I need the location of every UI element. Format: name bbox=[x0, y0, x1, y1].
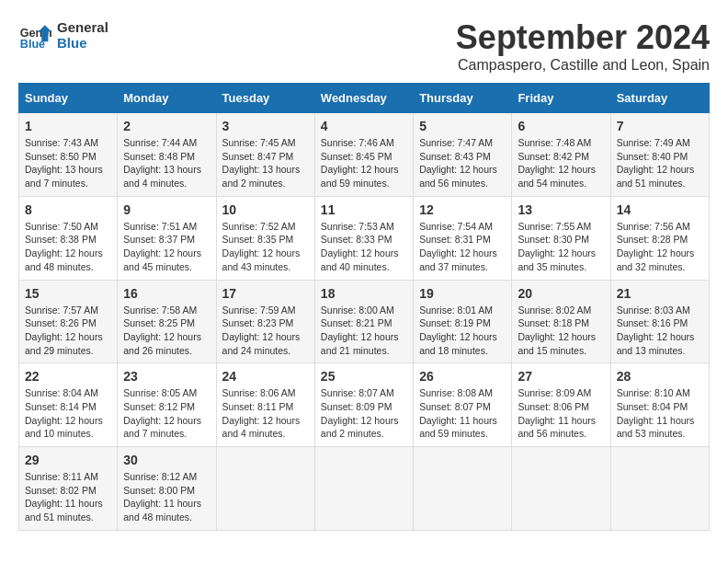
day-number: 13 bbox=[518, 202, 604, 217]
day-number: 1 bbox=[25, 119, 111, 133]
day-info: Sunrise: 7:59 AM Sunset: 8:23 PM Dayligh… bbox=[222, 304, 309, 358]
day-number: 28 bbox=[617, 369, 703, 384]
day-cell: 4 Sunrise: 7:46 AM Sunset: 8:45 PM Dayli… bbox=[314, 113, 413, 197]
day-info: Sunrise: 7:50 AM Sunset: 8:38 PM Dayligh… bbox=[25, 220, 111, 274]
logo-icon: General Blue bbox=[18, 18, 51, 52]
day-info: Sunrise: 7:55 AM Sunset: 8:30 PM Dayligh… bbox=[518, 220, 604, 274]
day-cell: 16 Sunrise: 7:58 AM Sunset: 8:25 PM Dayl… bbox=[118, 280, 216, 363]
logo-general: General bbox=[57, 19, 108, 35]
week-row-4: 22 Sunrise: 8:04 AM Sunset: 8:14 PM Dayl… bbox=[19, 363, 710, 447]
day-number: 21 bbox=[617, 286, 703, 301]
day-cell: 18 Sunrise: 8:00 AM Sunset: 8:21 PM Dayl… bbox=[314, 280, 413, 363]
day-cell: 10 Sunrise: 7:52 AM Sunset: 8:35 PM Dayl… bbox=[216, 196, 314, 280]
day-cell: 5 Sunrise: 7:47 AM Sunset: 8:43 PM Dayli… bbox=[414, 113, 512, 197]
week-row-5: 29 Sunrise: 8:11 AM Sunset: 8:02 PM Dayl… bbox=[19, 447, 710, 531]
day-info: Sunrise: 7:52 AM Sunset: 8:35 PM Dayligh… bbox=[222, 220, 309, 274]
day-cell: 25 Sunrise: 8:07 AM Sunset: 8:09 PM Dayl… bbox=[314, 363, 413, 447]
day-cell: 3 Sunrise: 7:45 AM Sunset: 8:47 PM Dayli… bbox=[216, 113, 314, 197]
day-info: Sunrise: 7:53 AM Sunset: 8:33 PM Dayligh… bbox=[321, 220, 407, 274]
day-cell: 19 Sunrise: 8:01 AM Sunset: 8:19 PM Dayl… bbox=[414, 280, 512, 363]
day-cell: 14 Sunrise: 7:56 AM Sunset: 8:28 PM Dayl… bbox=[610, 196, 709, 280]
day-info: Sunrise: 7:43 AM Sunset: 8:50 PM Dayligh… bbox=[25, 136, 111, 190]
day-info: Sunrise: 8:02 AM Sunset: 8:18 PM Dayligh… bbox=[518, 304, 604, 358]
day-number: 23 bbox=[123, 369, 210, 384]
day-cell: 21 Sunrise: 8:03 AM Sunset: 8:16 PM Dayl… bbox=[610, 280, 709, 363]
week-row-2: 8 Sunrise: 7:50 AM Sunset: 8:38 PM Dayli… bbox=[19, 196, 710, 280]
day-number: 24 bbox=[222, 369, 309, 384]
day-info: Sunrise: 8:00 AM Sunset: 8:21 PM Dayligh… bbox=[321, 304, 407, 358]
day-number: 12 bbox=[419, 202, 506, 217]
day-info: Sunrise: 8:04 AM Sunset: 8:14 PM Dayligh… bbox=[25, 386, 111, 441]
col-saturday: Saturday bbox=[610, 84, 709, 113]
day-cell: 29 Sunrise: 8:11 AM Sunset: 8:02 PM Dayl… bbox=[19, 447, 118, 531]
day-cell bbox=[512, 447, 610, 531]
day-cell: 13 Sunrise: 7:55 AM Sunset: 8:30 PM Dayl… bbox=[512, 196, 610, 280]
day-cell: 8 Sunrise: 7:50 AM Sunset: 8:38 PM Dayli… bbox=[19, 196, 118, 280]
day-info: Sunrise: 8:03 AM Sunset: 8:16 PM Dayligh… bbox=[617, 304, 703, 358]
day-info: Sunrise: 7:47 AM Sunset: 8:43 PM Dayligh… bbox=[419, 136, 506, 190]
day-cell: 27 Sunrise: 8:09 AM Sunset: 8:06 PM Dayl… bbox=[512, 363, 610, 447]
day-number: 9 bbox=[123, 202, 210, 217]
day-cell: 24 Sunrise: 8:06 AM Sunset: 8:11 PM Dayl… bbox=[216, 363, 314, 447]
day-cell: 6 Sunrise: 7:48 AM Sunset: 8:42 PM Dayli… bbox=[512, 113, 610, 197]
day-number: 4 bbox=[321, 119, 407, 133]
day-number: 22 bbox=[25, 369, 111, 384]
day-number: 25 bbox=[321, 369, 407, 384]
day-info: Sunrise: 7:54 AM Sunset: 8:31 PM Dayligh… bbox=[419, 220, 506, 274]
day-info: Sunrise: 8:05 AM Sunset: 8:12 PM Dayligh… bbox=[123, 386, 210, 441]
svg-text:Blue: Blue bbox=[20, 38, 45, 51]
day-cell: 11 Sunrise: 7:53 AM Sunset: 8:33 PM Dayl… bbox=[314, 196, 413, 280]
week-row-1: 1 Sunrise: 7:43 AM Sunset: 8:50 PM Dayli… bbox=[19, 113, 710, 197]
day-info: Sunrise: 7:56 AM Sunset: 8:28 PM Dayligh… bbox=[617, 220, 703, 274]
day-number: 16 bbox=[123, 286, 210, 301]
header-row: Sunday Monday Tuesday Wednesday Thursday… bbox=[19, 84, 710, 113]
day-cell bbox=[414, 447, 512, 531]
day-number: 6 bbox=[518, 119, 604, 133]
day-number: 27 bbox=[518, 369, 604, 384]
day-cell: 1 Sunrise: 7:43 AM Sunset: 8:50 PM Dayli… bbox=[19, 113, 118, 197]
day-info: Sunrise: 7:58 AM Sunset: 8:25 PM Dayligh… bbox=[123, 304, 210, 358]
col-monday: Monday bbox=[118, 84, 216, 113]
day-info: Sunrise: 7:51 AM Sunset: 8:37 PM Dayligh… bbox=[123, 220, 210, 274]
day-info: Sunrise: 8:09 AM Sunset: 8:06 PM Dayligh… bbox=[518, 386, 604, 441]
day-info: Sunrise: 7:48 AM Sunset: 8:42 PM Dayligh… bbox=[518, 136, 604, 190]
day-number: 26 bbox=[419, 369, 506, 384]
day-cell bbox=[610, 447, 709, 531]
day-cell bbox=[216, 447, 314, 531]
day-cell: 26 Sunrise: 8:08 AM Sunset: 8:07 PM Dayl… bbox=[414, 363, 512, 447]
day-number: 2 bbox=[123, 119, 210, 133]
day-number: 18 bbox=[321, 286, 407, 301]
logo: General Blue General Blue bbox=[18, 18, 108, 52]
month-title: September 2024 bbox=[456, 18, 710, 57]
day-number: 20 bbox=[518, 286, 604, 301]
day-info: Sunrise: 8:06 AM Sunset: 8:11 PM Dayligh… bbox=[222, 386, 309, 441]
day-info: Sunrise: 8:01 AM Sunset: 8:19 PM Dayligh… bbox=[419, 304, 506, 358]
col-friday: Friday bbox=[512, 84, 610, 113]
day-number: 5 bbox=[419, 119, 506, 133]
day-number: 17 bbox=[222, 286, 309, 301]
day-number: 19 bbox=[419, 286, 506, 301]
col-thursday: Thursday bbox=[414, 84, 512, 113]
day-info: Sunrise: 7:57 AM Sunset: 8:26 PM Dayligh… bbox=[25, 304, 111, 358]
day-cell: 28 Sunrise: 8:10 AM Sunset: 8:04 PM Dayl… bbox=[610, 363, 709, 447]
day-info: Sunrise: 7:44 AM Sunset: 8:48 PM Dayligh… bbox=[123, 136, 210, 190]
day-cell: 9 Sunrise: 7:51 AM Sunset: 8:37 PM Dayli… bbox=[118, 196, 216, 280]
day-cell: 22 Sunrise: 8:04 AM Sunset: 8:14 PM Dayl… bbox=[19, 363, 118, 447]
day-info: Sunrise: 7:46 AM Sunset: 8:45 PM Dayligh… bbox=[321, 136, 407, 190]
day-cell: 17 Sunrise: 7:59 AM Sunset: 8:23 PM Dayl… bbox=[216, 280, 314, 363]
day-number: 3 bbox=[222, 119, 309, 133]
logo-blue: Blue bbox=[57, 35, 108, 51]
header: General Blue General Blue September 2024… bbox=[18, 18, 710, 74]
location-title: Campaspero, Castille and Leon, Spain bbox=[456, 57, 710, 74]
col-wednesday: Wednesday bbox=[314, 84, 413, 113]
day-number: 29 bbox=[25, 453, 111, 467]
day-number: 10 bbox=[222, 202, 309, 217]
day-number: 11 bbox=[321, 202, 407, 217]
day-cell bbox=[314, 447, 413, 531]
day-info: Sunrise: 8:12 AM Sunset: 8:00 PM Dayligh… bbox=[123, 470, 210, 524]
day-number: 7 bbox=[617, 119, 703, 133]
day-number: 15 bbox=[25, 286, 111, 301]
col-tuesday: Tuesday bbox=[216, 84, 314, 113]
day-cell: 20 Sunrise: 8:02 AM Sunset: 8:18 PM Dayl… bbox=[512, 280, 610, 363]
day-info: Sunrise: 7:49 AM Sunset: 8:40 PM Dayligh… bbox=[617, 136, 703, 190]
